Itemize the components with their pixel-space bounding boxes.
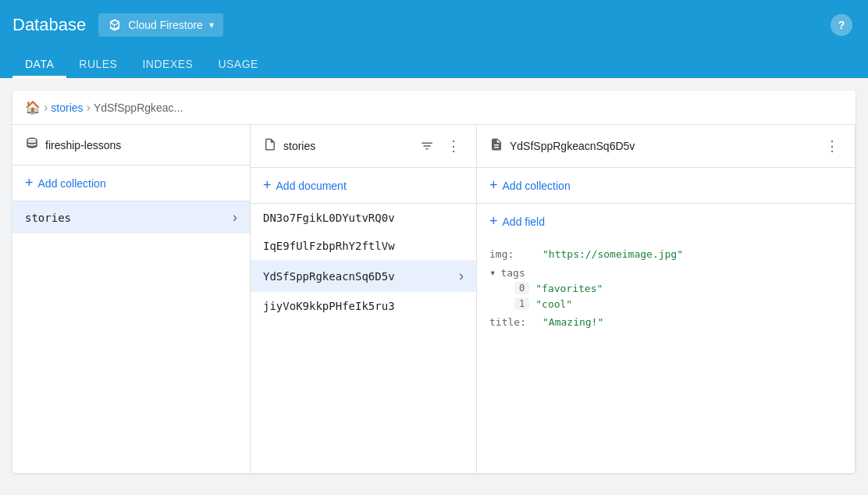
tag-index-0: 0	[514, 282, 529, 294]
app-title: Database	[12, 15, 86, 35]
breadcrumb-sep-2: ›	[87, 101, 91, 115]
main-content: 🏠 › stories › YdSfSppRgkeac... fireship-…	[0, 78, 868, 486]
field-area: img: "https://someimage.jpg" ▾ tags 0 "f…	[477, 239, 855, 473]
firestore-logo-icon	[108, 18, 122, 32]
breadcrumb-sep-1: ›	[44, 101, 48, 115]
tab-usage[interactable]: Usage	[205, 50, 271, 78]
add-collection-data-button[interactable]: + Add collection	[477, 168, 855, 203]
data-panel-header: YdSfSppRgkeacnSq6D5v ⋮	[477, 125, 855, 168]
collection-item-stories[interactable]: stories ›	[12, 201, 250, 233]
document-item-3[interactable]: jiyVoK9kkpPHfeIk5ru3	[251, 292, 476, 320]
tag-value-1: "cool"	[535, 298, 572, 310]
tab-data[interactable]: Data	[12, 50, 66, 78]
app-bar: Database Cloud Firestore ▾ ?	[0, 0, 868, 50]
data-more-button[interactable]: ⋮	[822, 134, 842, 158]
filter-button[interactable]	[417, 136, 437, 156]
data-more-icon: ⋮	[825, 137, 839, 155]
dropdown-arrow-icon: ▾	[209, 20, 214, 30]
add-collection-label: Add collection	[38, 177, 106, 190]
cloud-firestore-label: Cloud Firestore	[128, 19, 203, 31]
field-row-img: img: "https://someimage.jpg"	[489, 248, 842, 260]
add-collection-data-label: Add collection	[503, 180, 571, 192]
database-icon	[25, 136, 39, 150]
tab-indexes[interactable]: Indexes	[130, 50, 205, 78]
field-row-title: title: "Amazing!"	[489, 316, 842, 328]
help-button[interactable]: ?	[827, 11, 856, 39]
field-value-title: "Amazing!"	[542, 316, 603, 328]
panels-row: fireship-lessons + Add collection storie…	[12, 125, 856, 473]
documents-panel-header: stories ⋮	[251, 125, 476, 168]
field-value-img: "https://someimage.jpg"	[542, 248, 683, 260]
breadcrumb: 🏠 › stories › YdSfSppRgkeac...	[12, 91, 856, 125]
document-item-label-0: DN3o7FgikL0DYutvRQ0v	[263, 212, 464, 224]
document-item-1[interactable]: IqE9fUlFzbpRhY2ftlVw	[251, 232, 476, 260]
collections-panel-title: fireship-lessons	[45, 139, 237, 151]
panel-container: 🏠 › stories › YdSfSppRgkeac... fireship-…	[12, 91, 856, 473]
document-item-2[interactable]: YdSfSppRgkeacnSq6D5v ›	[251, 260, 476, 292]
add-document-button[interactable]: + Add document	[251, 168, 476, 203]
data-panel-icon	[489, 137, 503, 155]
data-panel: YdSfSppRgkeacnSq6D5v ⋮ + Add collection …	[477, 125, 856, 473]
tag-item-0: 0 "favorites"	[514, 282, 842, 294]
tags-collapse-icon[interactable]: ▾	[489, 266, 496, 279]
documents-more-icon: ⋮	[446, 137, 461, 155]
nav-tabs: Data Rules Indexes Usage	[0, 50, 868, 78]
add-collection-data-plus-icon: +	[489, 177, 498, 194]
add-document-label: Add document	[276, 180, 347, 192]
add-collection-button[interactable]: + Add collection	[12, 166, 250, 201]
tag-index-1: 1	[514, 297, 529, 310]
breadcrumb-current-doc: YdSfSppRgkeac...	[94, 101, 183, 114]
home-icon[interactable]: 🏠	[25, 100, 41, 115]
data-panel-actions: ⋮	[822, 134, 842, 158]
documents-more-button[interactable]: ⋮	[443, 134, 464, 158]
tags-container: ▾ tags 0 "favorites" 1 "cool"	[489, 266, 842, 310]
tags-header: ▾ tags	[489, 266, 842, 279]
tab-rules[interactable]: Rules	[66, 50, 130, 78]
add-document-plus-icon: +	[263, 177, 272, 194]
documents-panel-actions: ⋮	[417, 134, 464, 158]
add-collection-plus-icon: +	[25, 175, 34, 191]
document-item-label-3: jiyVoK9kkpPHfeIk5ru3	[263, 300, 464, 312]
tag-item-1: 1 "cool"	[514, 297, 842, 310]
breadcrumb-link-stories[interactable]: stories	[51, 101, 83, 114]
field-key-title: title:	[489, 316, 536, 328]
field-key-img: img:	[489, 248, 536, 260]
collection-item-label: stories	[25, 212, 233, 224]
data-panel-title: YdSfSppRgkeacnSq6D5v	[510, 140, 822, 152]
add-field-label: Add field	[503, 215, 545, 228]
document-item-label-2: YdSfSppRgkeacnSq6D5v	[263, 270, 459, 283]
help-icon: ?	[831, 14, 852, 36]
add-field-button[interactable]: + Add field	[477, 204, 855, 239]
collections-panel: fireship-lessons + Add collection storie…	[12, 125, 251, 473]
add-field-plus-icon: +	[489, 213, 498, 230]
collections-panel-header: fireship-lessons	[12, 125, 250, 166]
documents-panel-title: stories	[283, 140, 417, 152]
collections-panel-icon	[25, 136, 39, 154]
document-item-chevron-icon: ›	[459, 268, 464, 284]
filter-icon	[420, 139, 434, 153]
documents-panel: stories ⋮ + Add document	[251, 125, 477, 473]
document-item-label-1: IqE9fUlFzbpRhY2ftlVw	[263, 240, 464, 252]
document-item-0[interactable]: DN3o7FgikL0DYutvRQ0v	[251, 204, 476, 232]
document-icon	[489, 137, 503, 151]
documents-panel-icon	[263, 137, 277, 155]
cloud-firestore-button[interactable]: Cloud Firestore ▾	[98, 13, 223, 37]
collection-item-chevron-icon: ›	[233, 209, 237, 226]
collection-icon	[263, 137, 277, 151]
tag-value-0: "favorites"	[535, 283, 603, 294]
tags-label: tags	[500, 267, 525, 279]
